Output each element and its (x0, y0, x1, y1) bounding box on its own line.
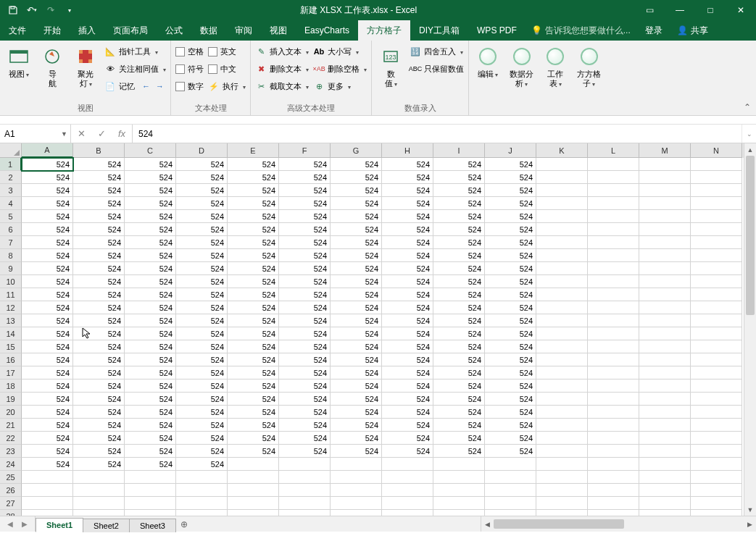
check-number[interactable]: 数字 (175, 78, 204, 94)
cell[interactable]: 524 (22, 158, 73, 171)
cell[interactable]: 524 (228, 419, 279, 432)
execute-button[interactable]: ⚡执行 (208, 78, 246, 94)
cell[interactable]: 524 (228, 445, 279, 458)
cell[interactable]: 524 (176, 236, 228, 249)
cell[interactable]: 524 (228, 353, 279, 366)
cell[interactable]: 524 (279, 432, 331, 445)
sheet-tab[interactable]: Sheet2 (83, 519, 130, 532)
cell[interactable] (125, 484, 176, 497)
cell[interactable] (639, 301, 691, 314)
column-header[interactable]: C (125, 143, 176, 158)
cell[interactable]: 524 (176, 314, 228, 327)
cell[interactable] (279, 510, 331, 516)
cell[interactable]: 524 (279, 445, 331, 458)
cell[interactable] (588, 393, 639, 406)
cell[interactable] (536, 223, 588, 236)
cell[interactable] (176, 471, 228, 484)
cell[interactable] (639, 327, 691, 340)
cell[interactable]: 524 (125, 340, 176, 353)
row-header[interactable]: 23 (0, 445, 22, 458)
cell[interactable] (691, 445, 742, 458)
cell[interactable]: 524 (382, 210, 433, 223)
cell[interactable] (588, 249, 639, 262)
case-button[interactable]: Ab大小写 (313, 43, 367, 59)
cell[interactable]: 524 (433, 262, 485, 275)
cell[interactable]: 524 (22, 379, 73, 393)
cell[interactable] (536, 445, 588, 458)
cell[interactable]: 524 (331, 197, 382, 210)
cell[interactable] (588, 288, 639, 301)
cell[interactable]: 524 (433, 393, 485, 406)
row-header[interactable]: 18 (0, 379, 22, 393)
cell[interactable]: 524 (176, 171, 228, 184)
cell[interactable]: 524 (228, 197, 279, 210)
row-header[interactable]: 8 (0, 249, 22, 262)
cell[interactable]: 524 (382, 445, 433, 458)
cell[interactable]: 524 (485, 184, 536, 197)
cell[interactable] (691, 249, 742, 262)
check-chinese[interactable]: 中文 (208, 61, 246, 77)
cell[interactable]: 524 (125, 419, 176, 432)
cell[interactable]: 524 (331, 366, 382, 379)
cell[interactable] (639, 353, 691, 366)
sheet-tab[interactable]: Sheet1 (36, 518, 83, 532)
cell[interactable]: 524 (73, 314, 125, 327)
cell[interactable]: 524 (125, 314, 176, 327)
cell[interactable] (691, 458, 742, 471)
cell[interactable]: 524 (331, 432, 382, 445)
row-header[interactable]: 10 (0, 275, 22, 288)
cell[interactable] (536, 236, 588, 249)
column-header[interactable]: H (382, 143, 433, 158)
fgz-button[interactable]: 方方格 子 (574, 43, 604, 112)
cell[interactable]: 524 (279, 210, 331, 223)
cell[interactable]: 524 (279, 223, 331, 236)
cell[interactable] (176, 510, 228, 516)
cell[interactable] (331, 471, 382, 484)
delete-blank-button[interactable]: ×AB删除空格 (313, 61, 367, 77)
nav-next-button[interactable]: → (156, 82, 164, 91)
cell[interactable]: 524 (176, 406, 228, 419)
cell[interactable]: 524 (22, 445, 73, 458)
cell[interactable]: 524 (125, 301, 176, 314)
row-header[interactable]: 24 (0, 458, 22, 471)
cell[interactable] (485, 458, 536, 471)
sheet-tab[interactable]: Sheet3 (129, 519, 176, 532)
tab-file[interactable]: 文件 (0, 20, 35, 41)
cell[interactable] (536, 497, 588, 510)
cell[interactable]: 524 (485, 171, 536, 184)
cell[interactable] (691, 327, 742, 340)
cell[interactable]: 524 (382, 314, 433, 327)
collapse-ribbon-button[interactable]: ⌃ (739, 41, 756, 115)
cell[interactable] (588, 184, 639, 197)
cell[interactable]: 524 (125, 288, 176, 301)
cell[interactable] (691, 184, 742, 197)
cell[interactable] (691, 314, 742, 327)
cell[interactable]: 524 (22, 406, 73, 419)
cell[interactable] (279, 497, 331, 510)
cell[interactable]: 524 (279, 406, 331, 419)
cell[interactable] (639, 223, 691, 236)
cell[interactable] (588, 275, 639, 288)
save-button[interactable] (4, 1, 22, 19)
cell[interactable]: 524 (331, 158, 382, 171)
cell[interactable]: 524 (228, 301, 279, 314)
cell[interactable] (536, 510, 588, 516)
column-header[interactable]: E (228, 143, 279, 158)
cell[interactable] (485, 471, 536, 484)
cell[interactable]: 524 (382, 419, 433, 432)
column-header[interactable]: D (176, 143, 228, 158)
cell[interactable]: 524 (22, 340, 73, 353)
cell[interactable] (125, 471, 176, 484)
more-button[interactable]: ⊕更多 (313, 78, 367, 94)
cell[interactable] (22, 510, 73, 516)
cell[interactable] (691, 275, 742, 288)
cell[interactable] (536, 458, 588, 471)
cell[interactable] (588, 197, 639, 210)
cell[interactable]: 524 (125, 406, 176, 419)
cell[interactable]: 524 (485, 327, 536, 340)
cell[interactable]: 524 (331, 171, 382, 184)
cell[interactable]: 524 (433, 171, 485, 184)
row-header[interactable]: 21 (0, 419, 22, 432)
insert-text-button[interactable]: ✎插入文本 (255, 43, 309, 59)
cell[interactable]: 524 (125, 223, 176, 236)
